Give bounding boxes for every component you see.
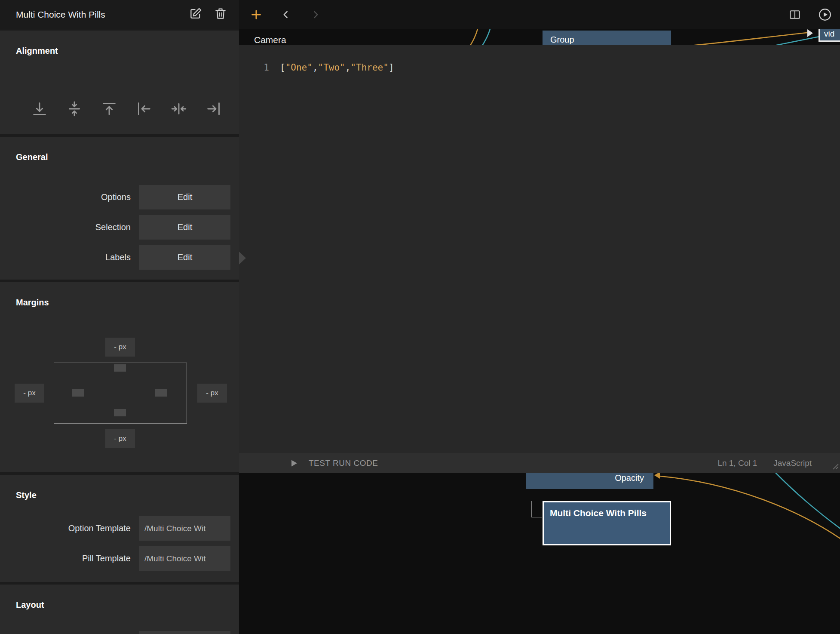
align-left-icon bbox=[135, 100, 153, 117]
property-row-labels: Labels Edit bbox=[0, 245, 239, 270]
align-top-button[interactable] bbox=[100, 99, 119, 118]
trash-icon bbox=[213, 6, 228, 22]
general-rows: Options Edit Selection Edit Labels Edit bbox=[0, 185, 239, 275]
run-play-icon bbox=[291, 459, 297, 467]
rename-button[interactable] bbox=[187, 6, 205, 24]
chevron-right-icon bbox=[310, 9, 321, 20]
navigate-back-button[interactable] bbox=[276, 5, 295, 24]
section-title: Alignment bbox=[0, 31, 239, 56]
section-alignment: Alignment bbox=[0, 31, 239, 134]
section-layout: Layout bbox=[0, 585, 239, 634]
panel-title: Multi Choice With Pills bbox=[16, 9, 187, 20]
align-horizontal-center-button[interactable] bbox=[169, 99, 188, 118]
toolbar-right-actions bbox=[785, 5, 834, 24]
opacity-node-label: Opacity bbox=[615, 473, 644, 483]
panel-pointer-notch bbox=[239, 252, 246, 265]
resize-grip-icon bbox=[832, 463, 839, 470]
editor-footer: TEST RUN CODE Ln 1, Col 1 JavaScript bbox=[239, 453, 840, 473]
play-circle-icon bbox=[818, 7, 832, 22]
align-top-icon bbox=[101, 100, 118, 117]
margin-left-button[interactable]: - px bbox=[15, 384, 44, 403]
margin-top-button[interactable]: - px bbox=[105, 338, 135, 357]
section-margins: Margins - px - px - px - px bbox=[0, 282, 239, 472]
pill-template-label: Pill Template bbox=[0, 554, 131, 563]
options-edit-button[interactable]: Edit bbox=[139, 185, 230, 209]
camera-node-label[interactable]: Camera bbox=[254, 35, 286, 45]
property-panel: Multi Choice With Pills Align bbox=[0, 0, 239, 634]
code-editing-area[interactable]: 1 ["One","Two","Three"] bbox=[239, 45, 840, 73]
connection-arrow-right-icon bbox=[807, 29, 813, 37]
options-label: Options bbox=[0, 192, 131, 202]
property-panel-header: Multi Choice With Pills bbox=[0, 0, 239, 29]
connection-orange-top-left bbox=[470, 29, 478, 46]
tree-connector-bracket bbox=[529, 32, 535, 38]
cursor-position: Ln 1, Col 1 bbox=[717, 459, 757, 468]
selected-node-multi-choice-with-pills[interactable]: Multi Choice With Pills bbox=[543, 501, 671, 545]
align-right-icon bbox=[205, 100, 222, 117]
alignment-buttons bbox=[30, 99, 223, 118]
add-node-button[interactable] bbox=[247, 5, 266, 24]
line-number: 1 bbox=[239, 62, 269, 73]
section-style: Style Option Template /Multi Choice Wit … bbox=[0, 475, 239, 582]
property-row-options: Options Edit bbox=[0, 185, 239, 209]
align-bottom-icon bbox=[31, 100, 48, 117]
property-row-option-template: Option Template /Multi Choice Wit bbox=[0, 516, 239, 541]
pill-template-field[interactable]: /Multi Choice Wit bbox=[139, 546, 230, 571]
panel-header-actions bbox=[187, 6, 230, 24]
align-vertical-center-icon bbox=[66, 100, 83, 117]
labels-label: Labels bbox=[0, 252, 131, 262]
canvas-toolbar bbox=[239, 0, 840, 29]
margin-right-button[interactable]: - px bbox=[197, 384, 227, 403]
section-title: Layout bbox=[0, 585, 239, 610]
selection-edit-button[interactable]: Edit bbox=[139, 215, 230, 240]
editor-resize-handle[interactable] bbox=[832, 462, 839, 472]
tree-connector-bracket bbox=[531, 501, 542, 517]
option-template-label: Option Template bbox=[0, 523, 131, 533]
labels-edit-button[interactable]: Edit bbox=[139, 245, 230, 270]
align-vertical-center-button[interactable] bbox=[65, 99, 84, 118]
chevron-left-icon bbox=[280, 9, 291, 20]
selection-label: Selection bbox=[0, 222, 131, 232]
option-template-field[interactable]: /Multi Choice Wit bbox=[139, 516, 230, 541]
test-run-code-button[interactable]: TEST RUN CODE bbox=[291, 459, 378, 468]
code-line[interactable]: ["One","Two","Three"] bbox=[280, 62, 394, 73]
property-row-selection: Selection Edit bbox=[0, 215, 239, 240]
main-area: Camera Group vid Opacity Multi Choice Wi… bbox=[239, 0, 840, 634]
section-general: General Options Edit Selection Edit Labe… bbox=[0, 137, 239, 280]
plus-icon bbox=[250, 9, 262, 21]
property-row-pill-template: Pill Template /Multi Choice Wit bbox=[0, 546, 239, 571]
margin-handle-right[interactable] bbox=[155, 389, 167, 397]
editor-status: Ln 1, Col 1 JavaScript bbox=[717, 459, 812, 468]
margin-bottom-button[interactable]: - px bbox=[105, 429, 135, 448]
align-left-button[interactable] bbox=[135, 99, 153, 118]
align-right-button[interactable] bbox=[204, 99, 223, 118]
connection-teal-top-left bbox=[482, 29, 491, 46]
margin-handle-bottom[interactable] bbox=[114, 409, 126, 416]
code-editor-panel: 1 ["One","Two","Three"] TEST RUN CODE Ln… bbox=[239, 45, 840, 473]
section-title: Margins bbox=[0, 282, 239, 308]
language-label: JavaScript bbox=[773, 459, 812, 468]
margin-handle-top[interactable] bbox=[114, 364, 126, 372]
layout-partial-field bbox=[139, 631, 230, 634]
style-rows: Option Template /Multi Choice Wit Pill T… bbox=[0, 516, 239, 576]
delete-button[interactable] bbox=[212, 6, 230, 24]
align-bottom-button[interactable] bbox=[30, 99, 49, 118]
connection-teal-bottom bbox=[775, 472, 840, 529]
section-title: Style bbox=[0, 475, 239, 500]
run-preview-button[interactable] bbox=[815, 5, 834, 24]
align-horizontal-center-icon bbox=[170, 100, 187, 117]
split-view-button[interactable] bbox=[785, 5, 804, 24]
navigate-forward-button[interactable] bbox=[306, 5, 325, 24]
test-run-code-label: TEST RUN CODE bbox=[309, 459, 378, 468]
edit-pencil-icon bbox=[188, 6, 203, 22]
margin-handle-left[interactable] bbox=[72, 389, 84, 397]
section-title: General bbox=[0, 137, 239, 162]
split-view-icon bbox=[788, 8, 801, 21]
video-node[interactable]: vid bbox=[819, 29, 840, 42]
